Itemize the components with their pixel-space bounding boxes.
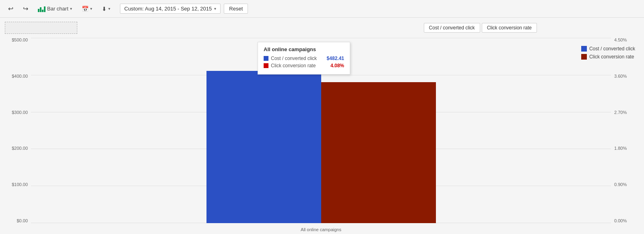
date-range-button[interactable]: Custom: Aug 14, 2015 - Sep 12, 2015 ▾ xyxy=(120,4,221,14)
metric1-label: Cost / converted click xyxy=(429,25,475,31)
reset-label: Reset xyxy=(229,6,243,12)
chart-area: Cost / converted click Click conversion … xyxy=(0,18,644,234)
metric1-button[interactable]: Cost / converted click xyxy=(424,23,480,33)
chevron-down-icon3: ▾ xyxy=(108,6,110,11)
y-right-label-180: 1.80% xyxy=(614,146,627,151)
bar-red[interactable] xyxy=(321,82,436,223)
y-right-label-000: 0.00% xyxy=(614,219,627,223)
legend-color-red xyxy=(581,54,587,60)
chevron-down-icon: ▾ xyxy=(70,6,72,11)
tooltip-metric2-label: Click conversion rate xyxy=(271,63,328,68)
legend-color-blue xyxy=(581,46,587,52)
undo-icon: ↩ xyxy=(8,5,13,12)
y-right-label-450: 4.50% xyxy=(614,38,627,42)
y-label-100: $100.00 xyxy=(12,182,28,187)
y-axis-right: 4.50% 3.60% 2.70% 1.80% 0.90% 0.00% xyxy=(611,38,639,223)
redo-button[interactable]: ↪ xyxy=(20,3,31,14)
tooltip-color-red xyxy=(264,63,268,68)
grid-line-1 xyxy=(31,38,611,38)
metric2-button[interactable]: Click conversion rate xyxy=(482,23,537,33)
download-button[interactable]: ⬇ ▾ xyxy=(99,4,114,14)
legend-item-red: Click conversion rate xyxy=(581,54,635,60)
tooltip-color-blue xyxy=(264,56,268,61)
y-axis-left: $500.00 $400.00 $300.00 $200.00 $100.00 … xyxy=(5,38,31,223)
chevron-down-icon4: ▾ xyxy=(214,6,216,11)
y-right-label-090: 0.90% xyxy=(614,182,627,187)
tooltip-metric1-label: Cost / converted click xyxy=(271,56,324,61)
tooltip-row-metric1: Cost / converted click $482.41 xyxy=(264,56,344,61)
y-label-300: $300.00 xyxy=(12,110,28,115)
bar-chart-icon xyxy=(38,6,45,12)
tooltip-metric1-value: $482.41 xyxy=(327,56,344,61)
y-label-500: $500.00 xyxy=(12,38,28,42)
chart-title-placeholder xyxy=(5,22,77,34)
metric2-label: Click conversion rate xyxy=(487,25,532,31)
y-label-400: $400.00 xyxy=(12,74,28,79)
date-range-label: Custom: Aug 14, 2015 - Sep 12, 2015 xyxy=(124,6,212,12)
tooltip-row-metric2: Click conversion rate 4.08% xyxy=(264,63,344,68)
legend-label-red: Click conversion rate xyxy=(589,54,634,60)
chart-type-label: Bar chart xyxy=(47,6,68,12)
tooltip-metric2-value: 4.08% xyxy=(330,63,344,68)
tooltip: All online campaigns Cost / converted cl… xyxy=(258,42,350,75)
x-axis-label: All online campaigns xyxy=(301,227,341,232)
toolbar: ↩ ↪ Bar chart ▾ 📅 ▾ ⬇ ▾ Custom: Aug 14, … xyxy=(0,0,644,18)
redo-icon: ↪ xyxy=(23,5,28,12)
calendar-button[interactable]: 📅 ▾ xyxy=(78,4,95,14)
download-icon: ⬇ xyxy=(102,6,107,12)
tooltip-title: All online campaigns xyxy=(264,46,344,52)
bar-blue[interactable] xyxy=(206,71,321,223)
y-label-200: $200.00 xyxy=(12,146,28,151)
chevron-down-icon2: ▾ xyxy=(90,6,92,11)
calendar-icon: 📅 xyxy=(82,6,89,12)
legend-item-blue: Cost / converted click xyxy=(581,46,635,52)
chart-type-button[interactable]: Bar chart ▾ xyxy=(35,4,75,14)
bars-container xyxy=(31,71,611,223)
chart-header: Cost / converted click Click conversion … xyxy=(0,18,644,38)
undo-button[interactable]: ↩ xyxy=(5,3,17,14)
legend-label-blue: Cost / converted click xyxy=(589,46,635,52)
reset-button[interactable]: Reset xyxy=(224,4,248,14)
y-right-label-360: 3.60% xyxy=(614,74,627,79)
y-right-label-270: 2.70% xyxy=(614,110,627,115)
legend: Cost / converted click Click conversion … xyxy=(581,46,635,60)
y-label-0: $0.00 xyxy=(17,219,28,223)
